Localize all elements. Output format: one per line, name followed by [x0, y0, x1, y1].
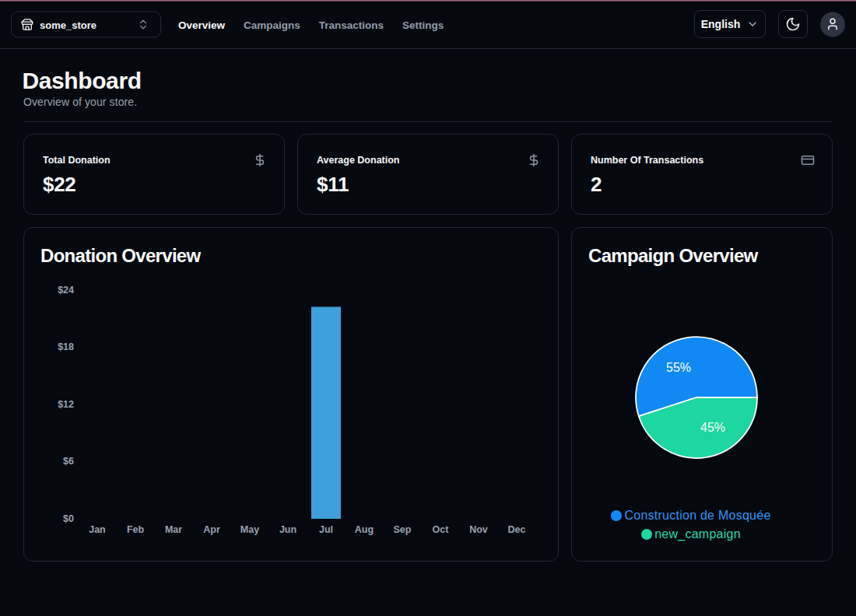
svg-text:Mar: Mar	[165, 524, 182, 535]
svg-text:Aug: Aug	[355, 524, 374, 535]
svg-text:$24: $24	[58, 284, 74, 295]
svg-text:$6: $6	[63, 456, 74, 467]
svg-text:Jul: Jul	[319, 524, 333, 535]
svg-text:Nov: Nov	[469, 524, 488, 535]
svg-text:$12: $12	[58, 398, 74, 409]
svg-text:Jun: Jun	[279, 524, 296, 535]
svg-text:Sep: Sep	[394, 524, 412, 535]
svg-text:Dec: Dec	[508, 524, 526, 535]
svg-text:$18: $18	[58, 341, 74, 352]
svg-text:55%: 55%	[666, 361, 691, 374]
svg-text:$0: $0	[63, 513, 74, 523]
svg-text:Oct: Oct	[433, 524, 450, 535]
svg-text:45%: 45%	[700, 421, 725, 434]
svg-text:May: May	[240, 524, 259, 535]
svg-text:Jan: Jan	[89, 524, 106, 535]
svg-text:Feb: Feb	[127, 524, 145, 535]
svg-text:Apr: Apr	[203, 524, 220, 535]
